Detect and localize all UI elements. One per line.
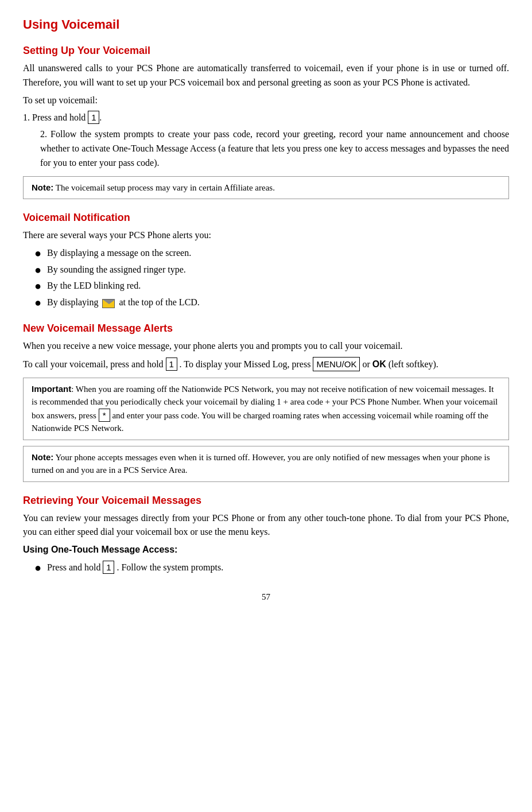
page-number: 57 [23,592,509,602]
list-item: ● By the LED blinking red. [34,279,509,293]
retrieving-bullet-list: ● Press and hold 1 . Follow the system p… [34,561,509,575]
section-heading-setup: Setting Up Your Voicemail [23,45,509,57]
setup-note-box: Note: The voicemail setup process may va… [23,176,509,200]
bullet-dot: ● [34,246,41,260]
subheading-label: Using One-Touch Message Access: [23,545,177,554]
alerts-paragraph2: To call your voicemail, press and hold 1… [23,357,509,372]
list-item: ● By displaying a message on the screen. [34,246,509,261]
menu-ok-key: MENU/OK [313,357,360,371]
page-title: Using Voicemail [23,17,509,32]
section-heading-alerts: New Voicemail Message Alerts [23,323,509,335]
envelope-icon [102,299,115,308]
retrieving-subheading: Using One-Touch Message Access: [23,543,509,557]
alerts-note-box: Note: Your phone accepts messages even w… [23,446,509,482]
key-1-setup: 1 [88,111,99,124]
alerts-note-label: Note: [32,452,53,462]
key-1-alerts: 1 [166,358,177,371]
list-item: ● Press and hold 1 . Follow the system p… [34,561,509,575]
bullet-dot: ● [34,263,41,277]
setup-step1: 1. Press and hold 1. [23,111,509,125]
setup-note-label: Note: [32,182,53,192]
notification-bullet-list: ● By displaying a message on the screen.… [34,246,509,310]
alerts-note-text: Your phone accepts messages even when it… [32,453,490,475]
setup-paragraph1: All unanswered calls to your PCS Phone a… [23,61,509,90]
important-label: Important [32,384,71,394]
alerts-important-box: Important: When you are roaming off the … [23,378,509,440]
setup-step-intro: To set up voicemail: [23,94,509,108]
setup-step2: 2. Follow the system prompts to create y… [40,127,509,170]
key-1-retrieving: 1 [103,561,114,574]
section-heading-notification: Voicemail Notification [23,212,509,224]
bullet-dot: ● [34,296,41,309]
notification-intro: There are several ways your PCS Phone al… [23,228,509,243]
retrieving-paragraph1: You can review your messages directly fr… [23,511,509,540]
setup-steps: 1. Press and hold 1. 2. Follow the syste… [23,111,509,170]
list-item: ● By sounding the assigned ringer type. [34,263,509,277]
setup-note-text: The voicemail setup process may vary in … [56,183,275,192]
section-heading-retrieving: Retrieving Your Voicemail Messages [23,495,509,507]
list-item: ● By displaying at the top of the LCD. [34,296,509,310]
bullet-dot: ● [34,279,41,293]
key-star: * [99,409,110,422]
alerts-paragraph1: When you receive a new voice message, yo… [23,339,509,353]
ok-label: OK [372,359,386,369]
bullet-dot: ● [34,561,41,574]
